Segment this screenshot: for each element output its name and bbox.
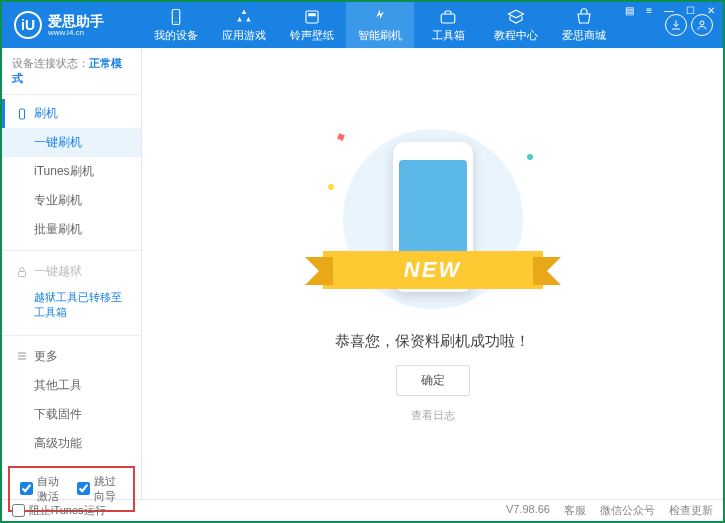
- success-illustration: NEW: [333, 124, 533, 314]
- sidebar: 设备连接状态：正常模式 刷机 一键刷机 iTunes刷机 专业刷机 批量刷机 一…: [2, 48, 142, 499]
- footer-link-wechat[interactable]: 微信公众号: [600, 503, 655, 518]
- footer-link-support[interactable]: 客服: [564, 503, 586, 518]
- group-flash: 刷机 一键刷机 iTunes刷机 专业刷机 批量刷机: [2, 95, 141, 248]
- menu-icon[interactable]: ▤: [623, 4, 636, 17]
- title-right: [665, 14, 723, 36]
- app-name: 爱思助手: [48, 14, 104, 28]
- tab-apps-games[interactable]: 应用游戏: [210, 2, 278, 48]
- nav-tabs: 我的设备 应用游戏 铃声壁纸 智能刷机 工具箱 教程中心: [142, 2, 665, 48]
- main-content: NEW 恭喜您，保资料刷机成功啦！ 确定 查看日志: [142, 48, 723, 499]
- checkbox-block-itunes[interactable]: 阻止iTunes运行: [12, 503, 106, 518]
- sidebar-item-advanced[interactable]: 高级功能: [2, 429, 141, 458]
- checkbox-skip-guide[interactable]: 跳过向导: [77, 474, 124, 504]
- svg-rect-4: [441, 14, 455, 23]
- tab-my-device[interactable]: 我的设备: [142, 2, 210, 48]
- tab-toolbox[interactable]: 工具箱: [414, 2, 482, 48]
- download-button[interactable]: [665, 14, 687, 36]
- settings-icon[interactable]: ≡: [644, 4, 654, 17]
- confetti-icon: [527, 154, 533, 160]
- tab-tutorials[interactable]: 教程中心: [482, 2, 550, 48]
- header-jailbreak[interactable]: 一键越狱: [2, 257, 141, 286]
- menu-lines-icon: [16, 350, 28, 362]
- group-jailbreak: 一键越狱 越狱工具已转移至工具箱: [2, 253, 141, 333]
- svg-rect-6: [20, 109, 25, 119]
- sidebar-item-batch-flash[interactable]: 批量刷机: [2, 215, 141, 244]
- lock-icon: [16, 266, 28, 278]
- user-icon: [696, 19, 708, 31]
- sidebar-item-other-tools[interactable]: 其他工具: [2, 371, 141, 400]
- ok-button[interactable]: 确定: [396, 365, 470, 396]
- app-window: ▤ ≡ — ☐ ✕ iU 爱思助手 www.i4.cn 我的设备 应用游戏 铃声: [0, 0, 725, 523]
- footer-right: V7.98.66 客服 微信公众号 检查更新: [506, 503, 713, 518]
- toolbox-icon: [439, 8, 457, 26]
- checkbox-auto-activate[interactable]: 自动激活: [20, 474, 67, 504]
- version-label: V7.98.66: [506, 503, 550, 518]
- logo-icon: iU: [14, 11, 42, 39]
- sidebar-item-oneclick-flash[interactable]: 一键刷机: [2, 128, 141, 157]
- new-ribbon: NEW: [323, 251, 543, 289]
- window-controls: ▤ ≡ — ☐ ✕: [623, 4, 717, 17]
- titlebar: iU 爱思助手 www.i4.cn 我的设备 应用游戏 铃声壁纸 智能刷机: [2, 2, 723, 48]
- maximize-icon[interactable]: ☐: [684, 4, 697, 17]
- close-icon[interactable]: ✕: [705, 4, 717, 17]
- tab-store[interactable]: 爱思商城: [550, 2, 618, 48]
- tutorial-icon: [507, 8, 525, 26]
- tab-smart-flash[interactable]: 智能刷机: [346, 2, 414, 48]
- svg-rect-7: [19, 271, 26, 276]
- footer-link-update[interactable]: 检查更新: [669, 503, 713, 518]
- jailbreak-note[interactable]: 越狱工具已转移至工具箱: [2, 286, 141, 329]
- sidebar-item-pro-flash[interactable]: 专业刷机: [2, 186, 141, 215]
- user-button[interactable]: [691, 14, 713, 36]
- apps-icon: [235, 8, 253, 26]
- svg-rect-3: [308, 13, 316, 16]
- phone-icon: [167, 8, 185, 26]
- sidebar-item-download-firmware[interactable]: 下载固件: [2, 400, 141, 429]
- view-log-link[interactable]: 查看日志: [411, 408, 455, 423]
- body: 设备连接状态：正常模式 刷机 一键刷机 iTunes刷机 专业刷机 批量刷机 一…: [2, 48, 723, 499]
- flash-icon: [371, 8, 389, 26]
- success-message: 恭喜您，保资料刷机成功啦！: [335, 332, 530, 351]
- divider: [2, 250, 141, 251]
- confetti-icon: [337, 133, 345, 141]
- svg-point-1: [175, 21, 177, 23]
- sidebar-item-itunes-flash[interactable]: iTunes刷机: [2, 157, 141, 186]
- logo[interactable]: iU 爱思助手 www.i4.cn: [2, 11, 142, 39]
- phone-small-icon: [16, 108, 28, 120]
- download-icon: [670, 19, 682, 31]
- store-icon: [575, 8, 593, 26]
- minimize-icon[interactable]: —: [662, 4, 676, 17]
- header-flash[interactable]: 刷机: [2, 99, 141, 128]
- svg-rect-2: [306, 11, 318, 23]
- divider: [2, 335, 141, 336]
- svg-point-5: [700, 21, 704, 25]
- tab-ringtones[interactable]: 铃声壁纸: [278, 2, 346, 48]
- header-more[interactable]: 更多: [2, 342, 141, 371]
- group-more: 更多 其他工具 下载固件 高级功能: [2, 338, 141, 462]
- wallpaper-icon: [303, 8, 321, 26]
- app-url: www.i4.cn: [48, 28, 104, 37]
- confetti-icon: [328, 184, 334, 190]
- connection-status: 设备连接状态：正常模式: [2, 48, 141, 95]
